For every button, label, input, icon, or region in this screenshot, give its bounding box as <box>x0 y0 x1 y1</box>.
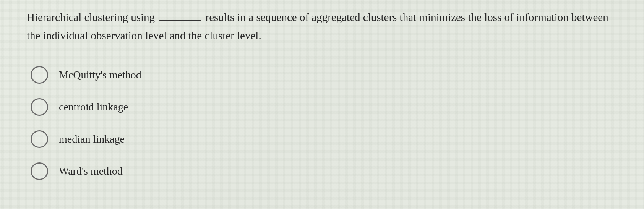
question-text: Hierarchical clustering using results in… <box>27 8 617 45</box>
radio-icon <box>31 130 48 148</box>
option-centroid[interactable]: centroid linkage <box>31 98 617 116</box>
option-label: centroid linkage <box>59 101 128 113</box>
option-label: McQuitty's method <box>59 69 141 81</box>
options-group: McQuitty's method centroid linkage media… <box>27 66 617 180</box>
radio-icon <box>31 66 48 84</box>
fill-blank <box>159 10 201 21</box>
quiz-container: Hierarchical clustering using results in… <box>0 0 644 206</box>
option-ward[interactable]: Ward's method <box>31 162 617 180</box>
option-label: Ward's method <box>59 165 123 177</box>
option-median[interactable]: median linkage <box>31 130 617 148</box>
option-label: median linkage <box>59 133 125 145</box>
radio-icon <box>31 98 48 116</box>
question-part-1: Hierarchical clustering using <box>27 11 157 23</box>
radio-icon <box>31 162 48 180</box>
option-mcquitty[interactable]: McQuitty's method <box>31 66 617 84</box>
